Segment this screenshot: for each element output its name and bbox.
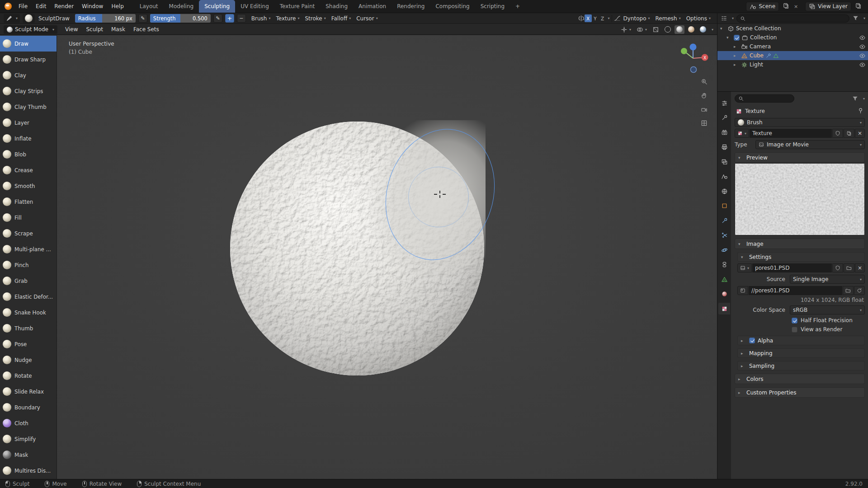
show-overlays-toggle[interactable]: ▾ xyxy=(635,25,649,34)
reload-image-button[interactable] xyxy=(854,286,865,295)
tab-output[interactable] xyxy=(718,141,730,153)
outliner-row-light[interactable]: ▸ Light xyxy=(717,60,868,69)
navigation-gizmo[interactable]: X xyxy=(672,37,714,80)
unlink-scene-button[interactable]: × xyxy=(793,4,799,9)
new-scene-button[interactable] xyxy=(782,2,790,10)
toolbar-tool[interactable]: Clay Strips xyxy=(0,83,57,99)
gizmo-z-axis[interactable] xyxy=(690,44,697,51)
collection-checkbox[interactable] xyxy=(734,35,740,41)
radius-slider[interactable]: Radius 160 px xyxy=(75,14,136,23)
toolbar-tool[interactable]: Pose xyxy=(0,336,57,352)
settings-dropdown[interactable]: Brush ▾ xyxy=(249,14,274,23)
toolbar-tool[interactable]: Pinch xyxy=(0,257,57,273)
settings-dropdown[interactable]: Remesh ▾ xyxy=(653,14,684,23)
xray-toggle[interactable] xyxy=(651,25,661,34)
zoom-icon[interactable] xyxy=(701,78,708,85)
workspace-tab[interactable]: Animation xyxy=(353,0,392,13)
settings-dropdown[interactable]: Falloff ▾ xyxy=(329,14,354,23)
toolbar-tool[interactable]: Crease xyxy=(0,162,57,178)
toolbar-tool[interactable]: Boundary xyxy=(0,399,57,415)
menu-item[interactable]: Window xyxy=(78,0,107,13)
eye-icon[interactable] xyxy=(859,34,866,41)
settings-dropdown[interactable]: Texture ▾ xyxy=(274,14,302,23)
open-image-button[interactable] xyxy=(844,263,854,272)
menu-item[interactable]: Face Sets xyxy=(129,24,163,34)
color-space-dropdown[interactable]: sRGB ▾ xyxy=(790,305,865,314)
settings-dropdown[interactable]: Stroke ▾ xyxy=(302,14,328,23)
shading-wireframe-button[interactable] xyxy=(663,25,673,34)
toolbar-tool[interactable]: Clay Thumb xyxy=(0,99,57,115)
workspace-tab[interactable]: Texture Paint xyxy=(274,0,320,13)
alpha-checkbox[interactable] xyxy=(749,338,755,343)
source-dropdown[interactable]: Single Image ▾ xyxy=(790,275,865,284)
toolbar-tool[interactable]: Simplify xyxy=(0,431,57,447)
toolbar-tool[interactable]: Draw xyxy=(0,36,57,52)
toolbar-tool[interactable]: Mask xyxy=(0,447,57,463)
new-view-layer-button[interactable] xyxy=(854,2,863,10)
direction-add-button[interactable]: + xyxy=(225,14,234,23)
tab-object-data[interactable] xyxy=(718,273,730,285)
view-as-render-checkbox[interactable] xyxy=(792,327,797,333)
properties-editor-selector[interactable] xyxy=(718,97,730,109)
toolbar-tool[interactable]: Scrape xyxy=(0,225,57,241)
shading-solid-button[interactable] xyxy=(675,25,684,34)
image-browse-button[interactable]: ▾ xyxy=(737,263,752,272)
perspective-toggle-icon[interactable] xyxy=(701,120,708,127)
toolbar-tool[interactable]: Cloth xyxy=(0,415,57,431)
eye-icon[interactable] xyxy=(859,52,866,59)
settings-dropdown[interactable]: Options ▾ xyxy=(684,14,713,23)
strength-pressure-toggle[interactable]: ✎ xyxy=(213,14,222,23)
menu-item[interactable]: Sculpt xyxy=(82,24,107,34)
symmetry-axis-toggle[interactable]: X xyxy=(585,14,592,22)
fake-user-button[interactable] xyxy=(832,129,843,138)
workspace-tab[interactable]: Shading xyxy=(320,0,353,13)
filter-funnel-icon[interactable] xyxy=(852,95,859,102)
camera-view-icon[interactable] xyxy=(701,106,708,113)
menu-item[interactable]: Help xyxy=(107,0,127,13)
disclosure-icon[interactable]: ▸ xyxy=(734,44,739,49)
viewport[interactable]: User Perspective (1) Cube X Draw Draw Sh… xyxy=(0,35,717,479)
workspace-tab[interactable]: Compositing xyxy=(430,0,475,13)
tab-physics[interactable] xyxy=(718,244,730,256)
toolbar-tool[interactable]: Snake Hook xyxy=(0,305,57,320)
panel-alpha[interactable]: ▸ Alpha xyxy=(737,336,865,345)
tab-texture[interactable] xyxy=(718,303,730,314)
outliner-search-input[interactable] xyxy=(736,14,849,23)
workspace-tab[interactable]: Layout xyxy=(134,0,164,13)
browse-file-button[interactable] xyxy=(843,286,854,295)
eye-icon[interactable] xyxy=(859,61,866,68)
tab-world[interactable] xyxy=(718,185,730,197)
outliner-editor-icon[interactable] xyxy=(721,15,727,22)
toolbar-tool[interactable]: Nudge xyxy=(0,352,57,368)
toolbar-tool[interactable]: Elastic Defor... xyxy=(0,289,57,305)
texture-type-dropdown[interactable]: Image or Movie ▾ xyxy=(755,140,865,149)
menu-item[interactable]: View xyxy=(61,24,82,34)
tab-modifiers[interactable] xyxy=(718,215,730,226)
toolbar-tool[interactable]: Grab xyxy=(0,273,57,289)
workspace-tab[interactable]: Scripting xyxy=(475,0,510,13)
pin-icon[interactable] xyxy=(857,107,864,115)
texture-preview-image[interactable] xyxy=(735,163,865,235)
half-float-checkbox[interactable] xyxy=(792,318,797,324)
toolbar-tool[interactable]: Layer xyxy=(0,115,57,131)
unlink-image-button[interactable]: × xyxy=(855,263,865,272)
gizmo-y-axis[interactable] xyxy=(681,48,687,54)
tab-tool[interactable] xyxy=(718,112,730,124)
menu-item[interactable]: Render xyxy=(50,0,78,13)
tab-view-layer[interactable] xyxy=(718,156,730,168)
toolbar-tool[interactable]: Smooth xyxy=(0,178,57,194)
eye-icon[interactable] xyxy=(859,43,866,50)
brush-context-dropdown[interactable]: Brush ▾ xyxy=(735,118,865,127)
menu-item[interactable]: Edit xyxy=(32,0,50,13)
toolbar-tool[interactable]: Thumb xyxy=(0,320,57,336)
editor-type-selector[interactable]: ▾ xyxy=(4,14,20,23)
panel-preview[interactable]: ▾ Preview xyxy=(735,152,865,163)
texture-browse-button[interactable]: ▾ xyxy=(735,129,749,138)
symmetry-axis-toggle[interactable]: Z xyxy=(599,14,606,22)
mode-selector[interactable]: Sculpt Mode ▾ xyxy=(4,25,57,34)
tab-constraints[interactable] xyxy=(718,259,730,271)
toolbar-tool[interactable]: Multires Dis... xyxy=(0,463,57,479)
outliner-row-camera[interactable]: ▸ Camera xyxy=(717,42,868,51)
workspace-tab[interactable]: Modeling xyxy=(164,0,199,13)
toolbar-tool[interactable]: Clay xyxy=(0,67,57,83)
